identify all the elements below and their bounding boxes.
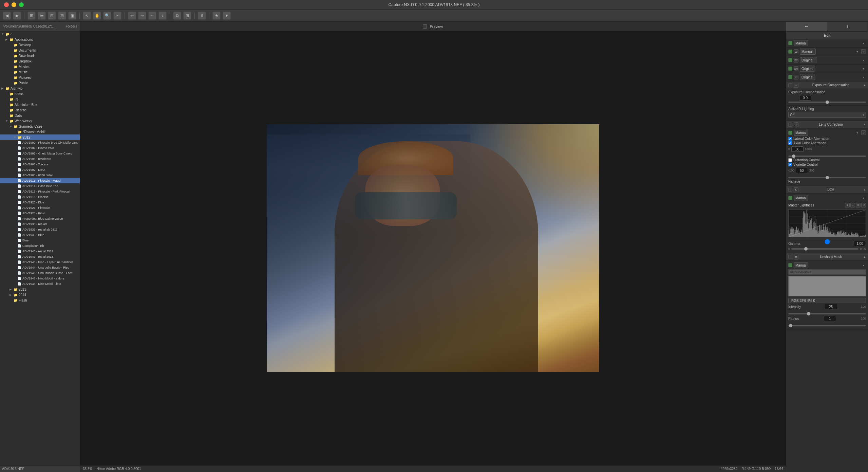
sidebar-item-2012[interactable]: ▼ 📁 2012 xyxy=(0,134,80,140)
sidebar-item-documents[interactable]: ▶ 📁 Documents xyxy=(0,48,80,53)
sidebar-item-home[interactable]: ▶ 📁 home xyxy=(0,91,80,96)
lens-check-icon[interactable]: ✓ xyxy=(861,130,866,135)
intensity-value[interactable]: 25 xyxy=(825,304,837,309)
photo-item-5[interactable]: 📄ADV1907 - DBO xyxy=(0,167,80,173)
photo-item-13[interactable]: 📄ADV1923 - Pinto xyxy=(0,211,80,216)
unsharp-section-header[interactable]: U Unsharp Mask ▲ xyxy=(786,253,868,261)
photo-item-11[interactable]: 📄ADV1920 - Blue xyxy=(0,200,80,205)
preview-area[interactable] xyxy=(80,31,786,465)
forward-button[interactable]: ▶ xyxy=(13,12,21,20)
photo-item-7[interactable]: 📄ADV1913 - Pinecale - Massi xyxy=(0,178,80,183)
unsharp-inner-toggle[interactable] xyxy=(788,263,792,267)
view3-button[interactable]: ⊟ xyxy=(48,12,56,20)
photo-item-4[interactable]: 📄ADV1906 - Torcare xyxy=(0,162,80,167)
sidebar-item-risorse-mobili[interactable]: ▶ 📁 *Risorse Mobili xyxy=(0,129,80,134)
sidebar-item-pictures[interactable]: ▶ 📁 Pictures xyxy=(0,75,80,80)
wb-dropdown[interactable]: Manual Auto Daylight xyxy=(800,49,816,55)
sidebar-item-risorse[interactable]: ▶ 📁 Risorse xyxy=(0,107,80,113)
sidebar-item-2013[interactable]: ▶ 📁 2013 xyxy=(0,287,80,292)
photo-item-19[interactable]: 📄Compilation: Bb xyxy=(0,243,80,249)
distortion-value[interactable]: 50 xyxy=(796,168,808,173)
wb-toggle[interactable] xyxy=(788,50,792,54)
wb-check-icon[interactable]: ✓ xyxy=(861,49,866,54)
lateral-ca-checkbox[interactable] xyxy=(788,137,792,141)
cursor-tool[interactable]: ↖ xyxy=(83,12,91,20)
crop-tool[interactable]: ✂ xyxy=(113,12,121,20)
lch-eye-icon[interactable]: 👁 xyxy=(856,203,861,207)
flip-h[interactable]: ↔ xyxy=(148,12,156,20)
dev-dropdown-1[interactable]: Manual xyxy=(794,40,808,46)
photo-item-10[interactable]: 📄ADV1918 - Risorse xyxy=(0,194,80,200)
distortion-slider[interactable] xyxy=(788,177,866,178)
flip-v[interactable]: ↕ xyxy=(158,12,167,20)
lens-inner-toggle[interactable] xyxy=(788,131,792,135)
maximize-button[interactable] xyxy=(19,2,24,7)
lens-toggle[interactable] xyxy=(788,123,792,127)
lch-section-header[interactable]: L LCH ▲ xyxy=(786,186,868,194)
folder-tree[interactable]: ▼ 📁 ⌂ ▶ 📁 Applications ▶ 📁 Desktop ▶ 📁 D… xyxy=(0,31,80,465)
intensity-slider[interactable] xyxy=(788,313,866,314)
axial-slider[interactable] xyxy=(788,156,866,157)
photo-item-16[interactable]: 📄ADV1931 - res al ab 0813 xyxy=(0,227,80,232)
sidebar-item-gunmetal[interactable]: ▼ 📁 Gunmetal Case xyxy=(0,124,80,129)
photo-item-14[interactable]: 📄Properties: Blue Calmo Orson xyxy=(0,216,80,221)
exposure-toggle[interactable] xyxy=(788,83,792,87)
sidebar-item-public[interactable]: ▶ 📁 Public xyxy=(0,80,80,86)
exposure-slider[interactable] xyxy=(788,102,866,103)
noise-toggle[interactable] xyxy=(788,67,792,71)
unsharp-toggle[interactable] xyxy=(788,255,792,259)
pc-toggle[interactable] xyxy=(788,58,792,62)
sidebar-item-movies[interactable]: ▶ 📁 Movies xyxy=(0,64,80,69)
paste-tool[interactable]: ⊞ xyxy=(183,12,191,20)
tab-edit[interactable]: ✏ xyxy=(786,22,827,31)
tree-root[interactable]: ▼ 📁 ⌂ xyxy=(0,31,80,37)
photo-item-26[interactable]: 📄ADV1948 - Nino Mobili - foto xyxy=(0,281,80,287)
dev-toggle-1[interactable] xyxy=(788,41,792,45)
exposure-section-header[interactable]: ± Exposure Compensation ▲ xyxy=(786,81,868,89)
sidebar-item-applications[interactable]: ▶ 📁 Applications xyxy=(0,37,80,42)
close-button[interactable] xyxy=(4,2,9,7)
photo-item-17[interactable]: 📄ADV1935 - Blue xyxy=(0,232,80,238)
sidebar-item-aluminium[interactable]: ▶ 📁 Aluminium Box xyxy=(0,102,80,107)
photo-item-22[interactable]: 📄ADV1943 - Riso - Laps Blue Sardines xyxy=(0,259,80,265)
sidebar-item-2014[interactable]: ▶ 📁 2014 xyxy=(0,292,80,297)
minimize-button[interactable] xyxy=(12,2,16,7)
lch-bright-icon[interactable]: ☀ xyxy=(845,203,850,207)
photo-item-2[interactable]: 📄ADV1903 - Ghetti Maria Bony Cinolo xyxy=(0,151,80,156)
lch-curve-icon[interactable]: ~ xyxy=(850,203,855,207)
photo-item-25[interactable]: 📄ADV1947 - Nino Mobili - valore xyxy=(0,276,80,281)
dlighting-dropdown[interactable]: Off Low Normal High xyxy=(788,112,866,118)
rotate-left[interactable]: ↩ xyxy=(128,12,136,20)
zoom-tool[interactable]: 🔍 xyxy=(103,12,111,20)
photo-item-8[interactable]: 📄ADV1914 - Casa Blue Trio xyxy=(0,183,80,189)
monitor-tool[interactable]: 🖥 xyxy=(198,12,206,20)
photo-item-12[interactable]: 📄ADV1921 - Pinecale xyxy=(0,205,80,211)
photo-item-24[interactable]: 📄ADV1946 - Una Monde Busse - Fam xyxy=(0,270,80,276)
axial-value[interactable]: 50 xyxy=(791,146,804,152)
lch-dropdown[interactable]: Manual xyxy=(794,195,808,201)
lens-dropdown[interactable]: Manual Auto xyxy=(794,130,808,136)
photo-item-1[interactable]: 📄ADV1902 - Diamo Polo xyxy=(0,145,80,151)
filter-tool[interactable]: ▼ xyxy=(223,12,231,20)
lch-reset-icon[interactable]: ↺ xyxy=(861,203,866,207)
sidebar-item-data[interactable]: ▶ 📁 Data xyxy=(0,113,80,118)
lens-section-header[interactable]: LC Lens Correction ▲ xyxy=(786,121,868,128)
sidebar-item-rel[interactable]: ▶ 📁 .rel xyxy=(0,96,80,102)
high-iso-dropdown[interactable]: Original xyxy=(800,74,815,80)
sidebar-item-music[interactable]: ▶ 📁 Music xyxy=(0,69,80,75)
axial-ca-checkbox[interactable] xyxy=(788,141,792,145)
star-tool[interactable]: ★ xyxy=(212,12,221,20)
radius-slider[interactable] xyxy=(788,325,866,326)
noise-dropdown[interactable]: Original xyxy=(800,66,815,72)
preview-checkbox[interactable] xyxy=(423,24,427,29)
sidebar-item-desktop[interactable]: ▶ 📁 Desktop xyxy=(0,42,80,48)
sidebar-item-dropbox[interactable]: ▶ 📁 Dropbox xyxy=(0,58,80,64)
photo-item-9[interactable]: 📄ADV1916 - Pinecale - Pink Pinecali xyxy=(0,189,80,194)
exposure-value[interactable]: 0.0 xyxy=(799,95,811,101)
photo-item-0[interactable]: 📄ADV1900 - Pinecale Bres GH Mallo Vano xyxy=(0,140,80,145)
sidebar-item-flash[interactable]: ▶ 📁 Flash xyxy=(0,297,80,303)
gamma-value[interactable]: 1.00 xyxy=(854,241,866,246)
high-iso-toggle[interactable] xyxy=(788,75,792,79)
grid-button[interactable]: ⊞ xyxy=(27,12,36,20)
lch-inner-toggle[interactable] xyxy=(788,196,792,200)
